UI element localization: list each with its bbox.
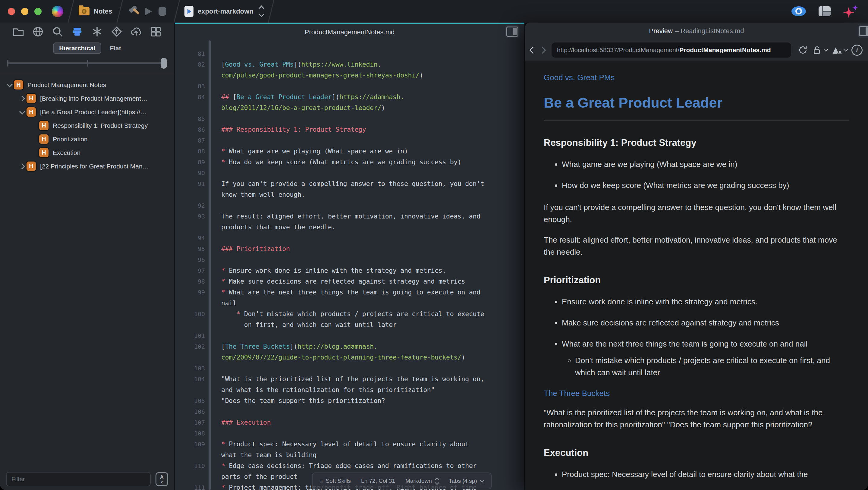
code-row[interactable]: 104"What is the prioritized list of the … [175, 374, 524, 385]
panel-layout-icon[interactable] [818, 6, 831, 16]
zoom-button[interactable] [34, 8, 41, 15]
lock-menu-button[interactable] [812, 45, 827, 55]
code-row[interactable]: 100 * Don't mistake which products / pro… [175, 309, 524, 319]
task-tab[interactable]: export-markdown [184, 6, 264, 17]
code-row[interactable]: 106 [175, 406, 524, 417]
preview-list-item: What game are we playing (What space are… [562, 158, 849, 170]
scope-status[interactable]: ≡ Soft Skills [320, 478, 351, 485]
editor-code-area[interactable]: 8182[Good vs. Great PMs](https://www.lin… [175, 40, 524, 490]
outline-item[interactable]: H[Breaking into Product Management… [0, 92, 174, 105]
grid-icon[interactable] [149, 25, 163, 38]
chevron-right-icon[interactable] [19, 95, 27, 102]
code-row[interactable]: 90 [175, 167, 524, 178]
tabs-selector[interactable]: Tabs (4 sp) [449, 478, 484, 484]
run-button[interactable] [141, 4, 155, 19]
code-row[interactable]: 110* Edge case decisions: Triage edge ca… [175, 460, 524, 471]
build-button[interactable] [127, 4, 141, 19]
appearance-menu-button[interactable] [832, 45, 847, 55]
code-row[interactable]: 88* What game are we playing (What space… [175, 146, 524, 157]
cloud-upload-icon[interactable] [129, 25, 143, 38]
outline-icon[interactable] [70, 25, 84, 38]
outline-item[interactable]: HProduct Management Notes [0, 78, 174, 92]
outline-item[interactable]: H[Be a Great Product Leader](https://… [0, 105, 174, 119]
code-row[interactable]: on first, and which can wait until later [175, 319, 524, 330]
close-button[interactable] [8, 8, 15, 15]
preview-list-item: Ensure work done is inline with the stra… [562, 296, 849, 307]
filter-input[interactable] [6, 472, 151, 486]
code-row[interactable]: nail [175, 298, 524, 309]
code-row[interactable]: 94 [175, 233, 524, 244]
code-text: know them well enough. [221, 189, 305, 200]
remote-globe-icon[interactable] [31, 25, 45, 38]
stop-button[interactable] [155, 4, 169, 19]
symbols-asterisk-icon[interactable] [90, 25, 104, 38]
code-row[interactable]: products that move the needle. [175, 222, 524, 233]
outline-item[interactable]: H[22 Principles for Great Product Man… [0, 159, 174, 173]
code-row[interactable]: and what is the rationalization for this… [175, 385, 524, 395]
code-row[interactable]: 84## [Be a Great Product Leader](https:/… [175, 92, 524, 102]
slider-handle[interactable] [161, 58, 167, 69]
code-row[interactable]: com/pulse/good-product-managers-great-sh… [175, 70, 524, 81]
code-row[interactable]: 105"Does the team support this prioritiz… [175, 395, 524, 406]
chevron-right-icon[interactable] [19, 162, 27, 170]
files-folder-icon[interactable] [11, 25, 25, 38]
code-row[interactable]: 83 [175, 81, 524, 92]
editor-split-button[interactable] [505, 25, 520, 38]
chevron-down-icon [480, 478, 484, 483]
toggle-flat[interactable]: Flat [110, 44, 121, 52]
code-row[interactable]: 89* How do we keep score (What metrics a… [175, 157, 524, 167]
preview-title: Preview [649, 27, 673, 35]
code-row[interactable]: 93The result: aligned effort, better mot… [175, 211, 524, 222]
code-row[interactable]: 99* What are the next three things the t… [175, 287, 524, 298]
code-row[interactable]: 96 [175, 254, 524, 265]
code-row[interactable]: blog/2011/12/16/be-a-great-product-leade… [175, 102, 524, 113]
code-row[interactable]: com/2009/07/22/guide-to-product-planning… [175, 352, 524, 363]
code-row[interactable]: 86### Responsibility 1: Product Strategy [175, 124, 524, 135]
preview-link[interactable]: Good vs. Great PMs [544, 73, 849, 82]
url-bar[interactable]: http://localhost:58337/ProductManagement… [552, 42, 791, 58]
outline-item[interactable]: HPrioritization [0, 132, 174, 146]
code-row[interactable]: 81 [175, 48, 524, 59]
cursor-position[interactable]: Ln 72, Col 31 [361, 478, 395, 484]
outline-item[interactable]: HResponsibility 1: Product Strategy [0, 119, 174, 132]
search-icon[interactable] [51, 25, 64, 38]
preview-link[interactable]: The Three Buckets [544, 389, 849, 398]
info-icon[interactable]: i [851, 44, 863, 56]
chevron-down-icon[interactable] [6, 81, 14, 89]
toggle-hierarchical[interactable]: Hierarchical [53, 42, 101, 54]
line-number: 88 [175, 146, 205, 157]
line-number: 92 [175, 200, 205, 211]
code-row[interactable]: 107### Execution [175, 417, 524, 428]
reload-button[interactable] [798, 45, 808, 55]
code-row[interactable]: 102[The Three Buckets](http://blog.adamn… [175, 341, 524, 352]
code-row[interactable]: 97* Ensure work done is inline with the … [175, 265, 524, 276]
depth-slider[interactable] [7, 56, 167, 71]
publish-diamond-icon[interactable] [110, 25, 124, 38]
task-selector-chevrons-icon[interactable] [259, 6, 264, 16]
forward-chevron-icon[interactable] [538, 47, 546, 54]
code-row[interactable]: 85 [175, 113, 524, 124]
code-row[interactable]: 103 [175, 363, 524, 374]
code-row[interactable]: 109* Product spec: Necessary level of de… [175, 439, 524, 450]
code-row[interactable]: 92 [175, 200, 524, 211]
outline-item-label: [Breaking into Product Management… [40, 95, 147, 102]
code-row[interactable]: 101 [175, 330, 524, 341]
code-row[interactable]: 91If you can't provide a compelling answ… [175, 178, 524, 189]
preview-eye-icon[interactable] [792, 6, 806, 16]
code-row[interactable]: 95### Prioritization [175, 244, 524, 254]
code-row[interactable]: what the team is building [175, 450, 524, 460]
code-row[interactable]: 98* Make sure decisions are reflected ag… [175, 276, 524, 287]
code-row[interactable]: 82[Good vs. Great PMs](https://www.linke… [175, 59, 524, 70]
language-selector[interactable]: Markdown [405, 478, 438, 484]
chevron-down-icon[interactable] [19, 108, 27, 116]
preview-split-button[interactable] [858, 24, 868, 38]
code-row[interactable]: 87 [175, 135, 524, 146]
back-chevron-icon[interactable] [529, 47, 536, 54]
code-row[interactable]: know them well enough. [175, 189, 524, 200]
ai-sparkles-icon[interactable] [843, 5, 859, 18]
sort-az-button[interactable]: Az [156, 472, 168, 486]
project-button[interactable]: Notes [79, 7, 112, 16]
minimize-button[interactable] [21, 8, 28, 15]
code-row[interactable]: 108 [175, 428, 524, 439]
outline-item[interactable]: HExecution [0, 146, 174, 159]
